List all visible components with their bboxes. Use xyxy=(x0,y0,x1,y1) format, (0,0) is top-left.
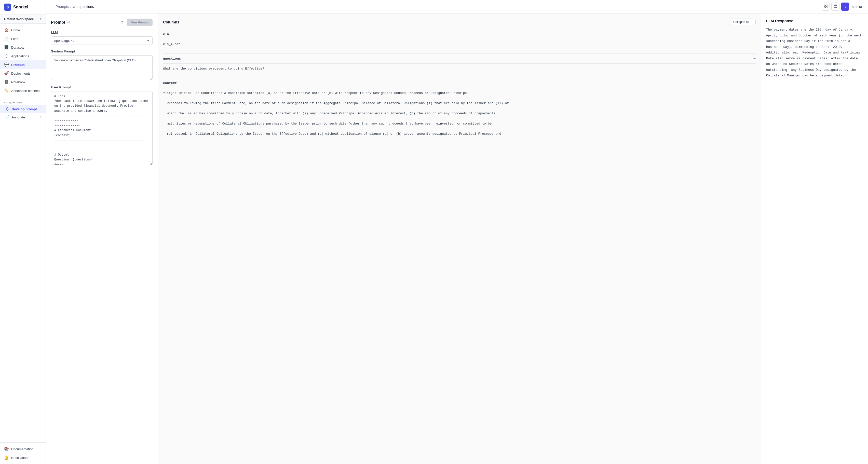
layout-view-btn-1[interactable] xyxy=(822,3,830,11)
user-prompt-textarea[interactable]: # Task Your task is to answer the follow… xyxy=(51,91,153,165)
layout-icon-1 xyxy=(824,5,828,9)
prompt-panel: Prompt v1 ↺ Run Prompt LLM openai/gpt-4o… xyxy=(46,13,158,464)
sidebar-item-notifications-label: Notifications xyxy=(11,456,29,460)
column-questions-toggle[interactable]: − xyxy=(753,56,756,61)
pagination-controls: ‹ 8 of 40 xyxy=(822,3,863,11)
content-area: Prompt v1 ↺ Run Prompt LLM openai/gpt-4o… xyxy=(46,13,868,464)
prompts-icon: 💬 xyxy=(4,62,9,67)
user-prompt-section: User Prompt # Task Your task is to answe… xyxy=(51,85,153,166)
sidebar-item-notebook[interactable]: 📓 Notebook xyxy=(0,78,45,86)
main-content: ← Prompts / clo-questions ‹ xyxy=(46,0,868,464)
layout-icon-2 xyxy=(834,5,837,9)
sidebar-item-annotate[interactable]: 📄 Annotate ↗ xyxy=(0,113,45,121)
sidebar-item-files-label: Files xyxy=(11,37,18,41)
sidebar-item-applications[interactable]: ⬡ Applications xyxy=(0,52,45,60)
column-context-value: "Target Initial Par Condition": A condit… xyxy=(163,88,756,139)
breadcrumb-separator: / xyxy=(70,5,71,9)
llm-section: LLM openai/gpt-4o openai/gpt-4 openai/gp… xyxy=(51,31,153,45)
layout-view-btn-2[interactable] xyxy=(831,3,839,11)
svg-rect-2 xyxy=(824,7,826,8)
svg-rect-1 xyxy=(826,5,827,6)
sidebar-item-datasets[interactable]: 🗄️ Datasets xyxy=(0,43,45,52)
files-icon: 📄 xyxy=(4,36,9,41)
prompt-version: v1 xyxy=(67,21,70,24)
annotate-icon: 📄 xyxy=(5,115,10,119)
column-questions-header[interactable]: questions − xyxy=(163,54,756,64)
sidebar-item-annotation-batches[interactable]: 🏷️ Annotation batches xyxy=(0,86,45,95)
history-btn[interactable]: ↺ xyxy=(120,19,125,26)
history-icon: ↺ xyxy=(121,20,124,25)
user-prompt-title: User Prompt xyxy=(51,85,153,89)
app-name: Snorkel xyxy=(13,5,28,9)
sidebar-item-files[interactable]: 📄 Files xyxy=(0,34,45,43)
sidebar-item-home[interactable]: 🏠 Home xyxy=(0,26,45,34)
sidebar-item-deployments[interactable]: 🚀 Deployments xyxy=(0,69,45,78)
response-text: The payment dates are the 20th day of Ja… xyxy=(766,27,863,79)
run-prompt-button[interactable]: Run Prompt xyxy=(127,19,153,26)
topbar: ← Prompts / clo-questions ‹ xyxy=(46,0,868,13)
prev-icon: ‹ xyxy=(844,5,846,9)
sidebar-item-prompts[interactable]: 💬 Prompts xyxy=(0,60,45,69)
develop-prompt-icon: ⬡ xyxy=(5,107,10,111)
column-context: context − "Target Initial Par Condition"… xyxy=(163,78,756,139)
system-prompt-textarea[interactable]: You are an expert in Collateralized Loan… xyxy=(51,55,153,80)
column-clo-name: clo xyxy=(163,32,169,36)
sidebar-item-deployments-label: Deployments xyxy=(11,71,31,75)
breadcrumb-current: clo-questions xyxy=(73,5,94,9)
columns-title: Columns xyxy=(163,20,179,24)
sub-section-label: clo-questions xyxy=(0,99,45,105)
deployments-icon: 🚀 xyxy=(4,71,9,75)
llm-select[interactable]: openai/gpt-4o openai/gpt-4 openai/gpt-3.… xyxy=(51,36,153,45)
documentation-icon: 📚 xyxy=(4,447,9,451)
pagination-info: 8 of 40 xyxy=(851,5,863,9)
collapse-all-button[interactable]: Collapse all − xyxy=(730,19,756,25)
workspace-chevron-icon: ▾ xyxy=(40,17,41,21)
column-clo: clo − clo_4.pdf xyxy=(163,29,756,50)
system-prompt-title: System Prompt xyxy=(51,50,153,53)
prev-page-btn[interactable]: ‹ xyxy=(841,3,849,11)
sidebar-item-datasets-label: Datasets xyxy=(11,45,24,50)
sidebar-item-annotate-label: Annotate xyxy=(12,115,25,119)
svg-rect-3 xyxy=(826,7,827,8)
nav-section: 🏠 Home 📄 Files 🗄️ Datasets ⬡ Application… xyxy=(0,24,45,442)
applications-icon: ⬡ xyxy=(4,54,9,58)
column-clo-value: clo_4.pdf xyxy=(163,39,756,50)
datasets-icon: 🗄️ xyxy=(4,45,9,50)
sidebar-item-develop-prompt-label: Develop prompt xyxy=(12,107,37,111)
column-context-toggle[interactable]: − xyxy=(753,81,756,85)
workspace-name: Default Workspace xyxy=(4,17,34,21)
logo-area: S Snorkel xyxy=(0,0,45,14)
prompt-actions: ↺ Run Prompt xyxy=(120,19,153,26)
notifications-icon: 🔔 xyxy=(4,455,9,460)
nav-divider xyxy=(0,97,45,97)
svg-rect-4 xyxy=(834,5,837,6)
home-icon: 🏠 xyxy=(4,28,9,32)
sidebar-item-prompts-label: Prompts xyxy=(11,63,25,67)
llm-section-title: LLM xyxy=(51,31,153,34)
column-clo-header[interactable]: clo − xyxy=(163,29,756,39)
svg-rect-0 xyxy=(824,5,826,6)
sidebar-item-documentation[interactable]: 📚 Documentation xyxy=(0,445,45,453)
sidebar-item-documentation-label: Documentation xyxy=(11,447,33,451)
sidebar-item-applications-label: Applications xyxy=(11,54,29,58)
breadcrumb-back-link[interactable]: ← Prompts xyxy=(51,5,69,9)
notebook-icon: 📓 xyxy=(4,80,9,84)
column-context-header[interactable]: context − xyxy=(163,78,756,88)
topbar-right: ‹ 8 of 40 xyxy=(822,3,863,11)
column-questions-value: What are the conditions precedent to goi… xyxy=(163,64,756,74)
breadcrumb-parent: Prompts xyxy=(56,5,69,9)
sidebar-item-notifications[interactable]: 🔔 Notifications xyxy=(0,453,45,462)
svg-rect-5 xyxy=(834,6,837,7)
prompt-title: Prompt v1 xyxy=(51,20,70,25)
collapse-icon: − xyxy=(751,20,752,24)
column-clo-toggle[interactable]: − xyxy=(753,32,756,36)
sidebar-item-notebook-label: Notebook xyxy=(11,80,26,84)
sidebar-item-develop-prompt[interactable]: ⬡ Develop prompt xyxy=(0,105,45,113)
column-context-name: context xyxy=(163,81,177,85)
column-questions-name: questions xyxy=(163,57,181,61)
workspace-selector[interactable]: Default Workspace ▾ xyxy=(0,14,45,24)
column-questions: questions − What are the conditions prec… xyxy=(163,54,756,74)
annotation-batches-icon: 🏷️ xyxy=(4,88,9,93)
prompt-header: Prompt v1 ↺ Run Prompt xyxy=(51,19,153,26)
system-prompt-section: System Prompt You are an expert in Colla… xyxy=(51,50,153,81)
